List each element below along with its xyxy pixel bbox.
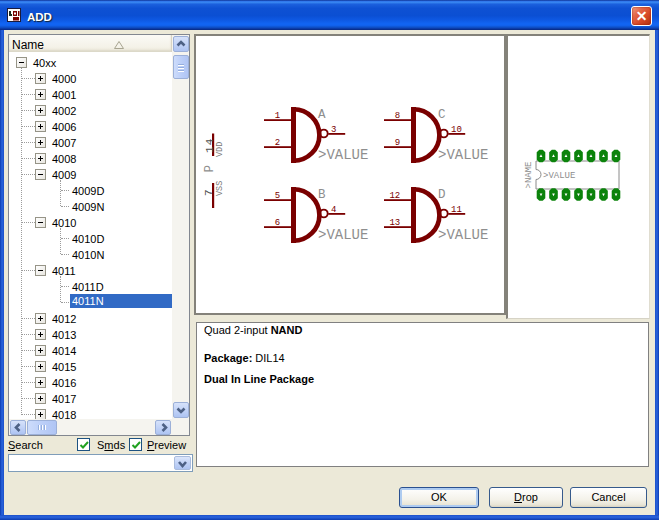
svg-text:5: 5 bbox=[275, 191, 280, 201]
svg-text:10: 10 bbox=[451, 125, 462, 135]
svg-text:VSS: VSS bbox=[215, 181, 225, 196]
svg-text:6: 6 bbox=[275, 218, 280, 228]
svg-text:14: 14 bbox=[204, 137, 216, 153]
svg-text:>VALUE: >VALUE bbox=[543, 171, 575, 181]
svg-text:2: 2 bbox=[275, 138, 280, 148]
svg-text:>VALUE: >VALUE bbox=[318, 147, 368, 163]
svg-text:9: 9 bbox=[395, 138, 400, 148]
svg-text:3: 3 bbox=[331, 125, 336, 135]
svg-text:B: B bbox=[318, 188, 326, 202]
svg-text:>VALUE: >VALUE bbox=[438, 227, 488, 243]
svg-text:13: 13 bbox=[389, 218, 400, 228]
svg-text:VDD: VDD bbox=[215, 142, 225, 157]
svg-text:1: 1 bbox=[275, 111, 280, 121]
svg-text:11: 11 bbox=[451, 205, 462, 215]
svg-text:4: 4 bbox=[331, 205, 336, 215]
svg-text:>NAME: >NAME bbox=[524, 161, 534, 188]
svg-text:12: 12 bbox=[389, 191, 400, 201]
svg-text:>VALUE: >VALUE bbox=[438, 147, 488, 163]
svg-text:A: A bbox=[318, 108, 326, 122]
svg-text:P: P bbox=[203, 165, 217, 173]
svg-text:8: 8 bbox=[395, 111, 400, 121]
svg-text:>VALUE: >VALUE bbox=[318, 227, 368, 243]
svg-text:D: D bbox=[438, 188, 446, 202]
svg-text:7: 7 bbox=[203, 188, 215, 196]
svg-text:C: C bbox=[438, 108, 446, 122]
